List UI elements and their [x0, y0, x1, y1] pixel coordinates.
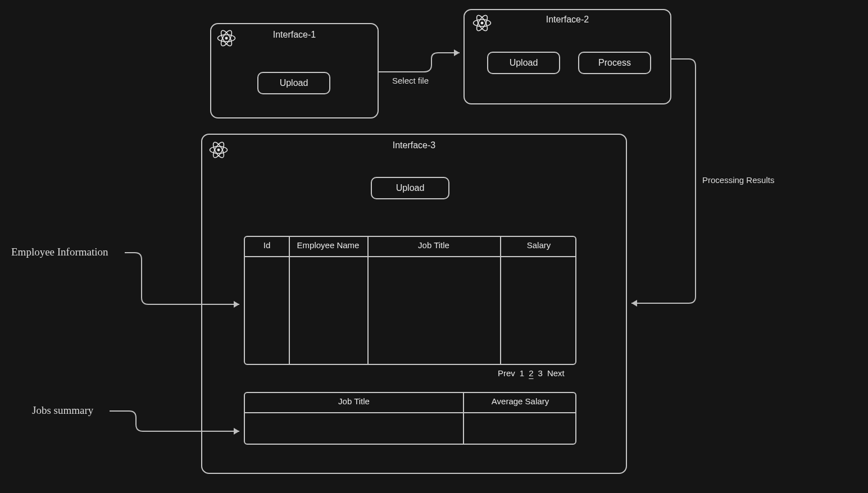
- interface-2-title: Interface-2: [465, 15, 670, 25]
- svg-marker-13: [631, 300, 637, 307]
- connector-label-select-file: Select file: [392, 76, 429, 85]
- pager-page-2[interactable]: 2: [529, 368, 533, 378]
- pager-prev[interactable]: Prev: [498, 368, 515, 378]
- col-header-employee-name: Employee Name: [289, 240, 367, 250]
- pager-page-3[interactable]: 3: [538, 368, 543, 378]
- col-header-job-title: Job Title: [367, 240, 500, 250]
- interface-2-panel: Interface-2 Upload Process: [463, 9, 671, 104]
- annotation-jobs-summary: Jobs summary: [32, 404, 93, 417]
- upload-button[interactable]: Upload: [257, 72, 330, 94]
- table-divider: [245, 256, 575, 257]
- interface-1-title: Interface-1: [211, 30, 378, 40]
- employee-table: Id Employee Name Job Title Salary: [244, 236, 576, 365]
- connector-label-processing-results: Processing Results: [702, 175, 774, 185]
- interface-1-panel: Interface-1 Upload: [210, 23, 379, 118]
- annotation-employee-information: Employee Information: [11, 246, 108, 258]
- jobs-summary-table: Job Title Average Salary: [244, 392, 576, 445]
- upload-button[interactable]: Upload: [487, 52, 560, 74]
- interface-3-title: Interface-3: [202, 140, 626, 150]
- pagination: Prev 1 2 3 Next: [498, 368, 610, 378]
- pager-page-1[interactable]: 1: [520, 368, 524, 378]
- col-header-average-salary: Average Salary: [463, 396, 578, 406]
- upload-button[interactable]: Upload: [371, 177, 449, 199]
- col-header-id: Id: [245, 240, 289, 250]
- col-header-salary: Salary: [500, 240, 578, 250]
- table-divider: [245, 412, 575, 413]
- diagram-canvas: Interface-1 Upload Interface-2 Upload Pr…: [0, 0, 868, 493]
- process-button[interactable]: Process: [578, 52, 651, 74]
- col-header-job-title: Job Title: [245, 396, 463, 406]
- svg-marker-12: [454, 49, 460, 56]
- pager-next[interactable]: Next: [547, 368, 565, 378]
